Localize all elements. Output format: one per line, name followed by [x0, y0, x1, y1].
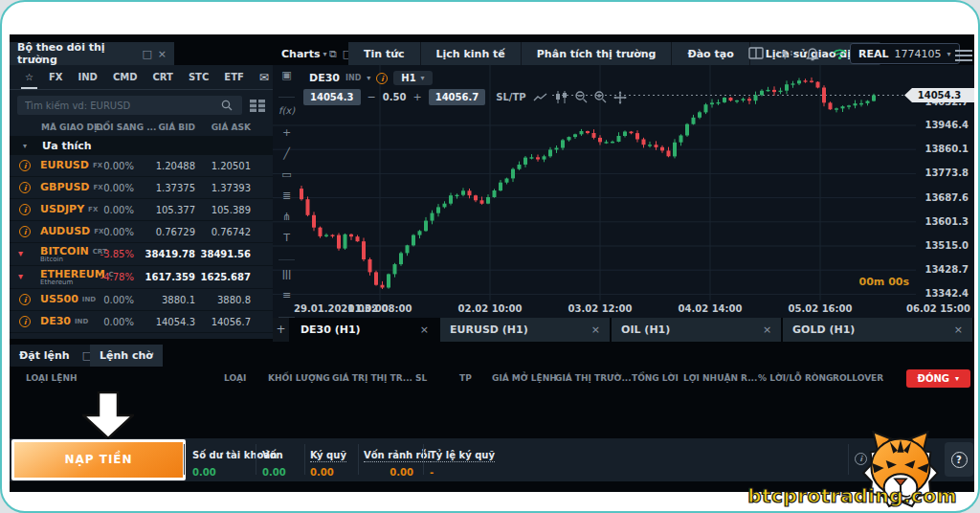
tab-fx[interactable]: FX — [41, 66, 71, 88]
bid-price[interactable]: 105.377 — [156, 205, 195, 215]
indicators-tool[interactable]: f(x) — [273, 105, 301, 116]
bid-price[interactable]: 38419.78 — [145, 249, 195, 259]
new-chart-tab-button[interactable]: + — [273, 318, 289, 342]
nav-tab-1[interactable]: Lịch kinh tế — [421, 42, 522, 65]
shapes-tool[interactable]: ▭ — [273, 168, 301, 181]
tab-stc[interactable]: STC — [181, 66, 216, 88]
sell-button[interactable]: 14054.3 — [303, 89, 361, 105]
buy-button[interactable]: 14056.7 — [429, 89, 486, 105]
candlestick-icon[interactable] — [555, 91, 568, 103]
info-icon[interactable]: i — [19, 294, 31, 305]
watchlist-row-eurusd[interactable]: i EURUSDFX 0.00% 1.20488 1.20501 — [10, 155, 273, 177]
bid-price[interactable]: 0.76729 — [156, 227, 195, 237]
pitchfork-tool[interactable]: ⋔ — [273, 211, 301, 223]
info-icon[interactable]: i — [19, 182, 31, 193]
ask-price[interactable]: 1625.687 — [200, 272, 251, 282]
trendline-tool[interactable]: ╱ — [273, 147, 301, 160]
fibonacci-tool[interactable]: ≣ — [273, 190, 301, 202]
watchlist-row-gbpusd[interactable]: i GBPUSDFX 0.00% 1.37375 1.37393 — [10, 177, 273, 199]
deposit-dollar-icon[interactable]: $ — [776, 47, 793, 60]
bid-price[interactable]: 14054.3 — [156, 317, 195, 327]
text-tool-tool[interactable]: T — [273, 232, 301, 244]
watchlist-row-de30[interactable]: i DE30IND 0.00% 14054.3 14056.7 — [10, 311, 273, 333]
ask-price[interactable]: 1.37393 — [212, 183, 251, 193]
chart-tab-3[interactable]: GOLD (H1) × — [783, 318, 972, 342]
chart-tab-1[interactable]: EURUSD (H1) × — [440, 318, 610, 342]
timeframe-selector[interactable]: H1 ▾ — [393, 71, 432, 85]
chart-symbol[interactable]: DE30 — [309, 72, 340, 84]
nav-tab-3[interactable]: Đào tạo — [672, 42, 749, 65]
info-icon[interactable]: i — [19, 160, 31, 171]
close-icon[interactable]: × — [401, 323, 429, 336]
journal-icon[interactable] — [748, 47, 764, 60]
ask-price[interactable]: 1.20501 — [212, 161, 251, 171]
chart-panel: ▣f(x)+╱▭≣⋔Tǀǀǀ≡< DE30 IND ▾ i H1 ▾ 14054… — [273, 65, 974, 318]
popout-icon[interactable]: ⧉ — [329, 48, 337, 60]
nav-tab-2[interactable]: Phân tích thị trường — [522, 42, 673, 65]
deposit-button[interactable]: NẠP TIỀN — [11, 439, 186, 480]
charts-menu-button[interactable]: Charts ▾ — [281, 42, 327, 65]
wifi-status-icon[interactable] — [832, 48, 848, 60]
bell-icon[interactable] — [806, 47, 819, 61]
line-chart-icon[interactable] — [533, 92, 548, 103]
close-icon[interactable]: × — [744, 323, 771, 336]
close-all-button[interactable]: ĐÓNG ▾ — [906, 369, 970, 388]
close-icon[interactable]: × — [935, 323, 963, 336]
chart-tab-2[interactable]: OIL (H1) × — [612, 318, 781, 342]
close-icon[interactable]: × — [572, 323, 600, 336]
close-icon[interactable]: × — [158, 48, 167, 60]
zoom-in-icon[interactable] — [594, 91, 607, 103]
tab-favorites[interactable]: ☆ — [17, 66, 41, 88]
watchlist-group-favorites[interactable]: ▾ Ưa thích — [10, 136, 273, 155]
watchlist-row-us500[interactable]: i US500IND 0.00% 3880.1 3880.8 — [10, 289, 273, 311]
price-axis-label: 13687.6 — [924, 192, 969, 203]
info-icon[interactable]: i — [19, 204, 31, 215]
bid-price[interactable]: 1.20488 — [156, 161, 195, 171]
tab-etf[interactable]: ETF — [216, 66, 251, 88]
tab-ind[interactable]: IND — [71, 66, 105, 88]
watchlist-panel-tab[interactable]: Bộ theo dõi thị trường □ × — [10, 42, 174, 65]
chevron-down-icon: ▾ — [421, 74, 425, 82]
account-selector[interactable]: REAL 1774105 ▾ — [850, 43, 960, 64]
maximize-icon[interactable]: □ — [142, 48, 151, 60]
info-icon[interactable]: i — [19, 316, 31, 327]
zoom-out-icon[interactable] — [575, 91, 588, 103]
layout-grid-icon[interactable] — [250, 100, 265, 112]
bid-price[interactable]: 1.37375 — [156, 183, 195, 193]
layers-tool[interactable]: ≡ — [273, 289, 301, 301]
volume-tool[interactable]: ǀǀǀ — [273, 268, 301, 280]
bid-price[interactable]: 3880.1 — [162, 295, 195, 305]
ask-price[interactable]: 14056.7 — [212, 317, 251, 327]
tab-cmd[interactable]: CMD — [105, 66, 145, 88]
symbol-name: DE30IND — [40, 315, 88, 327]
info-icon[interactable]: i — [19, 226, 31, 237]
watchlist-row-bitcoin[interactable]: ▾ BITCOINCRTBitcoin -3.85% 38419.78 3849… — [10, 243, 273, 266]
ask-price[interactable]: 105.389 — [212, 205, 251, 215]
tab-crt[interactable]: CRT — [145, 66, 181, 88]
watchlist-title: Bộ theo dõi thị trường — [17, 41, 136, 66]
bid-price[interactable]: 1617.359 — [145, 272, 195, 282]
pan-move-icon[interactable] — [613, 91, 627, 104]
sltp-button[interactable]: SL/TP — [496, 92, 525, 102]
watchlist-row-audusd[interactable]: i AUDUSDFX 0.00% 0.76729 0.76742 — [10, 221, 273, 243]
watchlist-row-ethereum[interactable]: ▾ ETHEREUMCEthereum -4.78% 1617.359 1625… — [10, 266, 273, 289]
ask-price[interactable]: 3880.8 — [217, 295, 251, 305]
increase-volume-button[interactable]: + — [412, 91, 421, 103]
nav-tab-0[interactable]: Tin tức — [348, 42, 421, 65]
info-icon[interactable]: i — [376, 73, 388, 84]
orders-column-5: TP — [459, 373, 472, 383]
chevron-down-icon[interactable]: ▾ — [367, 74, 370, 82]
ask-price[interactable]: 0.76742 — [212, 227, 251, 237]
watchlist-row-usdjpy[interactable]: i USDJPYFX 0.00% 105.377 105.389 — [10, 199, 273, 221]
main-menu-icon[interactable] — [955, 47, 972, 64]
workspace-tool[interactable]: ▣ — [273, 69, 301, 81]
decrease-volume-button[interactable]: − — [368, 91, 376, 103]
ask-price[interactable]: 38491.56 — [200, 249, 251, 259]
tab-pending-orders[interactable]: Lệnh chờ — [90, 345, 163, 367]
crosshair-tool[interactable]: + — [273, 126, 301, 139]
chevron-down-icon: ▾ — [947, 50, 951, 58]
search-input[interactable] — [17, 96, 242, 115]
symbol-badge: FX — [94, 228, 103, 235]
chart-tab-label: EURUSD (H1) — [450, 323, 528, 336]
chart-tab-0[interactable]: DE30 (H1) × — [291, 318, 438, 342]
